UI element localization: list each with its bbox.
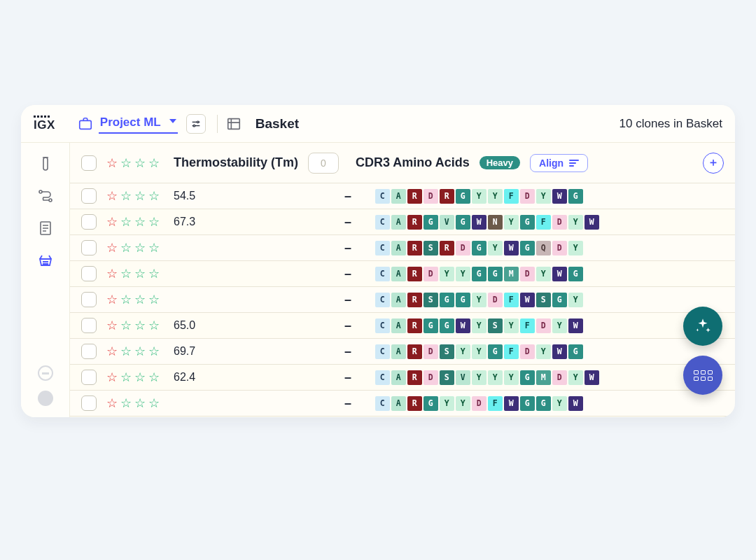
- dash: –: [337, 189, 358, 204]
- row-checkbox[interactable]: [81, 214, 97, 230]
- star-icon[interactable]: ☆: [106, 241, 118, 254]
- star-icon[interactable]: ☆: [148, 190, 160, 202]
- amino-acid-cell: W: [552, 189, 567, 204]
- amino-acid-cell: D: [424, 189, 438, 204]
- row-checkbox[interactable]: [81, 396, 97, 411]
- dash: –: [337, 293, 358, 307]
- row-checkbox[interactable]: [81, 240, 97, 255]
- star-icon[interactable]: ☆: [148, 241, 160, 254]
- avatar[interactable]: [38, 391, 53, 406]
- row-checkbox[interactable]: [81, 318, 97, 333]
- logo-text: IGX: [34, 118, 55, 132]
- thermostability-filter-input[interactable]: 0: [308, 153, 339, 174]
- amino-acid-cell: A: [391, 189, 406, 204]
- star-icon[interactable]: ☆: [120, 157, 132, 169]
- star-icon[interactable]: ☆: [106, 157, 118, 169]
- vial-icon[interactable]: [37, 155, 54, 172]
- amino-acid-cell: Y: [536, 344, 551, 359]
- amino-acid-cell: W: [584, 370, 599, 385]
- document-icon[interactable]: [37, 220, 54, 237]
- star-icon[interactable]: ☆: [106, 267, 118, 280]
- star-icon[interactable]: ☆: [120, 293, 132, 306]
- star-icon[interactable]: ☆: [120, 371, 132, 384]
- star-icon[interactable]: ☆: [148, 319, 160, 332]
- filter-button[interactable]: [186, 114, 206, 134]
- row-checkbox[interactable]: [81, 292, 97, 307]
- table-row: ☆☆☆☆67.3–CARGVGWNYGFDYW: [70, 209, 735, 235]
- star-icon[interactable]: ☆: [106, 190, 118, 202]
- row-stars: ☆☆☆☆: [106, 397, 160, 410]
- star-icon[interactable]: ☆: [134, 216, 146, 228]
- star-icon[interactable]: ☆: [148, 397, 160, 410]
- star-icon[interactable]: ☆: [106, 345, 118, 358]
- amino-acid-cell: R: [407, 318, 422, 333]
- amino-acid-cell: G: [424, 318, 438, 333]
- row-checkbox[interactable]: [81, 266, 97, 281]
- svg-rect-0: [80, 120, 92, 129]
- amino-acid-cell: Y: [488, 189, 503, 204]
- row-stars: ☆☆☆☆: [106, 241, 160, 254]
- amino-acid-cell: D: [552, 241, 567, 255]
- header-stars: ☆ ☆ ☆ ☆: [106, 157, 160, 169]
- amino-acid-cell: W: [504, 396, 519, 411]
- row-checkbox[interactable]: [81, 344, 97, 359]
- star-icon[interactable]: ☆: [134, 241, 146, 254]
- list-layout-icon[interactable]: [226, 116, 241, 132]
- amino-acid-cell: G: [536, 396, 551, 411]
- star-icon[interactable]: ☆: [106, 293, 118, 306]
- star-icon[interactable]: ☆: [120, 397, 132, 410]
- table-row: ☆☆☆☆–CARDYYGGMDYWG: [70, 261, 735, 287]
- amino-acid-cell: R: [440, 241, 454, 255]
- basket-icon[interactable]: [37, 252, 54, 269]
- star-icon[interactable]: ☆: [120, 345, 132, 358]
- project-select[interactable]: Project ML: [99, 114, 178, 134]
- amino-acid-cell: D: [424, 370, 438, 385]
- star-icon[interactable]: ☆: [148, 293, 160, 306]
- amino-acid-cell: A: [391, 293, 406, 307]
- star-icon[interactable]: ☆: [134, 293, 146, 306]
- grid-fab[interactable]: [683, 356, 722, 395]
- star-icon[interactable]: ☆: [120, 190, 132, 202]
- star-icon[interactable]: ☆: [134, 319, 146, 332]
- amino-acid-cell: W: [552, 267, 567, 281]
- star-icon[interactable]: ☆: [120, 267, 132, 280]
- align-label: Align: [539, 158, 564, 169]
- star-icon[interactable]: ☆: [148, 157, 160, 169]
- star-icon[interactable]: ☆: [120, 241, 132, 254]
- star-icon[interactable]: ☆: [148, 267, 160, 280]
- amino-acid-cell: G: [488, 267, 503, 281]
- amino-acid-cell: Y: [568, 370, 583, 385]
- chat-icon[interactable]: [38, 365, 53, 381]
- amino-acid-cell: W: [504, 241, 519, 255]
- align-button[interactable]: Align: [530, 154, 588, 172]
- star-icon[interactable]: ☆: [134, 267, 146, 280]
- star-icon[interactable]: ☆: [106, 216, 118, 228]
- star-icon[interactable]: ☆: [148, 216, 160, 228]
- row-stars: ☆☆☆☆: [106, 319, 160, 332]
- add-column-button[interactable]: ＋: [703, 153, 724, 174]
- star-icon[interactable]: ☆: [106, 371, 118, 384]
- star-icon[interactable]: ☆: [148, 371, 160, 384]
- chain-badge: Heavy: [479, 156, 520, 169]
- star-icon[interactable]: ☆: [106, 319, 118, 332]
- amino-acid-cell: Y: [472, 318, 486, 333]
- col-cdr3: CDR3 Amino Acids: [356, 155, 470, 170]
- row-checkbox[interactable]: [81, 188, 97, 204]
- route-icon[interactable]: [37, 188, 54, 204]
- star-icon[interactable]: ☆: [148, 345, 160, 358]
- select-all-checkbox[interactable]: [81, 155, 97, 171]
- amino-acid-cell: Y: [488, 241, 503, 255]
- amino-acid-cell: D: [552, 215, 567, 230]
- ai-fab[interactable]: [683, 307, 722, 346]
- amino-acid-cell: D: [456, 241, 470, 255]
- star-icon[interactable]: ☆: [134, 190, 146, 202]
- star-icon[interactable]: ☆: [134, 345, 146, 358]
- amino-acid-cell: W: [568, 396, 583, 411]
- row-checkbox[interactable]: [81, 370, 97, 385]
- star-icon[interactable]: ☆: [134, 397, 146, 410]
- star-icon[interactable]: ☆: [106, 397, 118, 410]
- star-icon[interactable]: ☆: [120, 216, 132, 228]
- star-icon[interactable]: ☆: [134, 157, 146, 169]
- star-icon[interactable]: ☆: [120, 319, 132, 332]
- star-icon[interactable]: ☆: [134, 371, 146, 384]
